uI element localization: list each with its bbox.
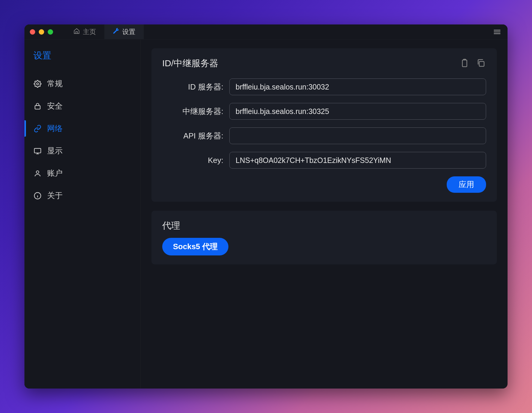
- lock-icon: [33, 102, 42, 110]
- titlebar: 主页 设置: [24, 24, 508, 39]
- sidebar: 设置 常规 安全 网络: [24, 39, 141, 389]
- form-row-key: Key:: [162, 152, 486, 169]
- app-window: 主页 设置 设置 常规: [24, 24, 508, 389]
- key-input[interactable]: [229, 152, 486, 169]
- info-icon: [33, 192, 42, 200]
- wrench-icon: [113, 28, 119, 36]
- relay-card-title: ID/中继服务器: [162, 57, 218, 70]
- tab-home-label: 主页: [83, 27, 96, 36]
- form-row-id-server: ID 服务器:: [162, 78, 486, 95]
- api-server-input[interactable]: [229, 127, 486, 144]
- minimize-window-button[interactable]: [39, 29, 44, 35]
- relay-server-input[interactable]: [229, 103, 486, 120]
- window-body: 设置 常规 安全 网络: [24, 39, 508, 389]
- sidebar-item-display[interactable]: 显示: [24, 140, 140, 162]
- sidebar-title: 设置: [24, 47, 140, 73]
- sidebar-item-general[interactable]: 常规: [24, 73, 140, 95]
- titlebar-right: [494, 30, 502, 34]
- svg-rect-6: [479, 61, 484, 66]
- card-header: ID/中继服务器: [162, 57, 486, 70]
- sidebar-item-security[interactable]: 安全: [24, 95, 140, 117]
- relay-server-label: 中继服务器:: [162, 106, 223, 117]
- main-content: ID/中继服务器: [141, 39, 508, 389]
- tab-home[interactable]: 主页: [65, 24, 104, 39]
- apply-button[interactable]: 应用: [447, 176, 486, 193]
- gear-icon: [33, 80, 42, 88]
- id-server-input[interactable]: [229, 78, 486, 95]
- svg-rect-1: [35, 105, 40, 109]
- close-window-button[interactable]: [30, 29, 35, 35]
- sidebar-item-account[interactable]: 账户: [24, 162, 140, 184]
- clipboard-icon: [460, 58, 469, 69]
- sidebar-item-label: 安全: [47, 101, 63, 111]
- maximize-window-button[interactable]: [48, 29, 53, 35]
- sidebar-item-about[interactable]: 关于: [24, 184, 140, 207]
- socks5-proxy-button[interactable]: Socks5 代理: [162, 238, 228, 255]
- paste-button[interactable]: [459, 58, 470, 69]
- api-server-label: API 服务器:: [162, 131, 223, 141]
- relay-server-card: ID/中继服务器: [151, 48, 497, 202]
- tab-bar: 主页 设置: [65, 24, 144, 39]
- sidebar-item-label: 账户: [47, 168, 63, 178]
- svg-point-3: [36, 171, 39, 173]
- form-row-relay-server: 中继服务器:: [162, 103, 486, 120]
- window-controls: [30, 29, 53, 35]
- tab-settings-label: 设置: [122, 27, 135, 36]
- monitor-icon: [33, 147, 42, 155]
- id-server-label: ID 服务器:: [162, 82, 223, 92]
- form-row-api-server: API 服务器:: [162, 127, 486, 144]
- user-icon: [33, 169, 42, 178]
- card-actions: [459, 58, 486, 69]
- tab-settings[interactable]: 设置: [104, 24, 144, 39]
- svg-rect-5: [463, 60, 467, 67]
- copy-button[interactable]: [475, 58, 486, 69]
- svg-rect-2: [34, 148, 41, 153]
- sidebar-item-network[interactable]: 网络: [24, 117, 140, 140]
- home-icon: [73, 28, 80, 36]
- sidebar-item-label: 常规: [47, 78, 63, 89]
- sidebar-item-label: 关于: [47, 190, 63, 201]
- sidebar-item-label: 显示: [47, 146, 63, 156]
- menu-button[interactable]: [494, 30, 500, 34]
- copy-icon: [476, 58, 485, 69]
- key-label: Key:: [162, 156, 223, 165]
- apply-row: 应用: [162, 176, 486, 193]
- proxy-card: 代理 Socks5 代理: [151, 211, 497, 264]
- sidebar-item-label: 网络: [47, 123, 63, 134]
- link-icon: [33, 124, 42, 133]
- svg-point-0: [37, 83, 39, 85]
- proxy-card-title: 代理: [162, 220, 486, 232]
